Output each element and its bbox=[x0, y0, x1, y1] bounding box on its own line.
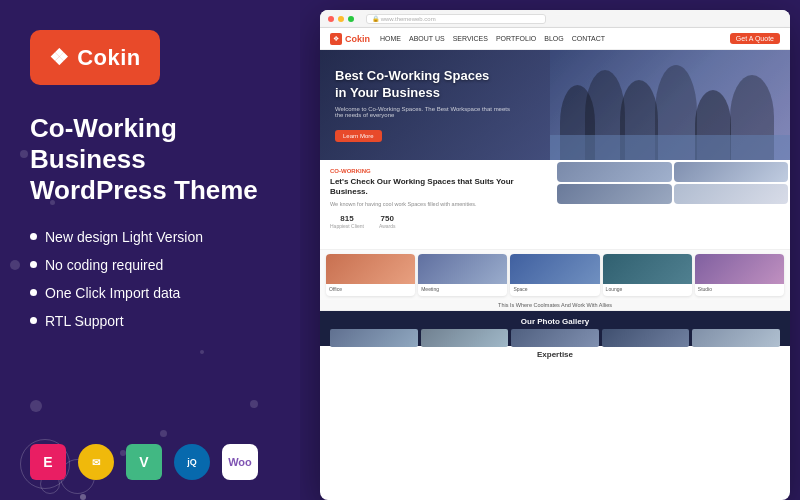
nav-portfolio: PORTFOLIO bbox=[496, 35, 536, 42]
card-3: Space bbox=[510, 254, 599, 296]
theme-title: Co-Working Business WordPress Theme bbox=[30, 113, 270, 207]
woocommerce-icon: Woo bbox=[222, 444, 258, 480]
cards-section: Office Meeting Space Lounge Studio bbox=[320, 250, 790, 300]
hero-content: Best Co-Working Spaces in Your Business … bbox=[335, 68, 515, 142]
minimize-dot bbox=[338, 16, 344, 22]
logo-icon: ❖ bbox=[49, 45, 69, 71]
feature-item-1: New design Light Version bbox=[30, 229, 270, 245]
stat-awards: 750 Awards bbox=[379, 214, 396, 229]
features-heading: Let's Check Our Working Spaces that Suit… bbox=[330, 177, 545, 198]
close-dot bbox=[328, 16, 334, 22]
gallery-item-1 bbox=[330, 329, 418, 347]
elementor-icon: E bbox=[30, 444, 66, 480]
expertise-text: Expertise bbox=[537, 350, 573, 359]
site-logo-icon: ❖ bbox=[330, 33, 342, 45]
hero-section: Best Co-Working Spaces in Your Business … bbox=[320, 50, 790, 160]
plugin-icons-row: E ✉ V jQ Woo bbox=[30, 444, 270, 480]
preview-image-2 bbox=[674, 162, 789, 182]
logo-text: Cokin bbox=[77, 45, 141, 71]
card-1: Office bbox=[326, 254, 415, 296]
features-section: Co-Working Let's Check Our Working Space… bbox=[320, 160, 790, 250]
nav-cta-button: Get A Quote bbox=[730, 33, 780, 44]
card-1-text: Office bbox=[326, 284, 415, 294]
site-navbar: ❖ Cokin HOME ABOUT US SERVICES PORTFOLIO… bbox=[320, 28, 790, 50]
section-label: This Is Where Coolmates And Work With Al… bbox=[320, 300, 790, 311]
site-logo-text: Cokin bbox=[345, 34, 370, 44]
feature-list: New design Light Version No coding requi… bbox=[30, 229, 270, 341]
gallery-images bbox=[330, 329, 780, 347]
card-4-image bbox=[603, 254, 692, 284]
card-4-text: Lounge bbox=[603, 284, 692, 294]
theme-title-line2: WordPress Theme bbox=[30, 175, 258, 205]
browser-bar: 🔒 www.themeweb.com bbox=[320, 10, 790, 28]
gallery-item-2 bbox=[421, 329, 509, 347]
browser-url-bar: 🔒 www.themeweb.com bbox=[366, 14, 546, 24]
gallery-item-3 bbox=[511, 329, 599, 347]
card-2: Meeting bbox=[418, 254, 507, 296]
site-nav-links: HOME ABOUT US SERVICES PORTFOLIO BLOG CO… bbox=[380, 35, 720, 42]
nav-services: SERVICES bbox=[453, 35, 488, 42]
gallery-title: Our Photo Gallery bbox=[330, 317, 780, 326]
gallery-section: Our Photo Gallery bbox=[320, 311, 790, 346]
preview-image-1 bbox=[557, 162, 672, 182]
card-3-image bbox=[510, 254, 599, 284]
hero-subtitle: Welcome to Co-Working Spaces. The Best W… bbox=[335, 106, 515, 118]
card-5-image bbox=[695, 254, 784, 284]
mailchimp-icon: ✉ bbox=[78, 444, 114, 480]
stat-clients: 815 Happiest Client bbox=[330, 214, 364, 229]
bullet-icon bbox=[30, 233, 37, 240]
jquery-icon: jQ bbox=[174, 444, 210, 480]
theme-title-line1: Co-Working Business bbox=[30, 113, 177, 174]
gallery-item-4 bbox=[602, 329, 690, 347]
feature-item-2: No coding required bbox=[30, 257, 270, 273]
bullet-icon bbox=[30, 261, 37, 268]
bullet-icon bbox=[30, 289, 37, 296]
card-5: Studio bbox=[695, 254, 784, 296]
features-text: Co-Working Let's Check Our Working Space… bbox=[320, 160, 555, 249]
feature-item-3: One Click Import data bbox=[30, 285, 270, 301]
nav-about: ABOUT US bbox=[409, 35, 445, 42]
nav-contact: CONTACT bbox=[572, 35, 605, 42]
card-2-text: Meeting bbox=[418, 284, 507, 294]
card-5-text: Studio bbox=[695, 284, 784, 294]
logo-box: ❖ Cokin bbox=[30, 30, 160, 85]
left-panel: ❖ Cokin Co-Working Business WordPress Th… bbox=[0, 0, 300, 500]
hero-cta-button: Learn More bbox=[335, 130, 382, 142]
card-3-text: Space bbox=[510, 284, 599, 294]
feature-item-4: RTL Support bbox=[30, 313, 270, 329]
gallery-item-5 bbox=[692, 329, 780, 347]
hero-title: Best Co-Working Spaces in Your Business bbox=[335, 68, 515, 102]
maximize-dot bbox=[348, 16, 354, 22]
section-tag: Co-Working bbox=[330, 168, 545, 174]
bottom-section: Expertise bbox=[320, 346, 790, 363]
preview-image-3 bbox=[557, 184, 672, 204]
card-4: Lounge bbox=[603, 254, 692, 296]
card-2-image bbox=[418, 254, 507, 284]
card-1-image bbox=[326, 254, 415, 284]
nav-home: HOME bbox=[380, 35, 401, 42]
nav-blog: BLOG bbox=[544, 35, 563, 42]
site-nav-logo: ❖ Cokin bbox=[330, 33, 370, 45]
features-body: We known for having cool work Spaces fil… bbox=[330, 201, 545, 209]
preview-image-4 bbox=[674, 184, 789, 204]
screenshot-preview: 🔒 www.themeweb.com ❖ Cokin HOME ABOUT US… bbox=[320, 10, 790, 500]
vuejs-icon: V bbox=[126, 444, 162, 480]
bullet-icon bbox=[30, 317, 37, 324]
features-images bbox=[555, 160, 790, 249]
right-panel: 🔒 www.themeweb.com ❖ Cokin HOME ABOUT US… bbox=[300, 0, 800, 500]
